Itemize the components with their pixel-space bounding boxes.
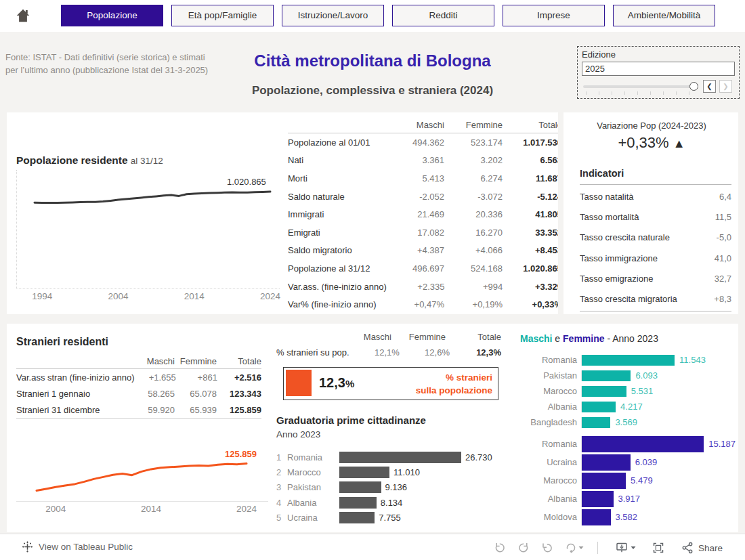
redo-button[interactable]	[517, 541, 530, 555]
foreigners-x-axis: 200420142024	[16, 504, 268, 516]
population-line-chart[interactable]: 1.020.865 1994200420142024	[16, 170, 280, 289]
country-label: Pakistan	[287, 482, 339, 492]
download-caret-icon[interactable]	[630, 541, 637, 555]
country-label: Pakistan	[517, 370, 581, 381]
indicators-title: Indicatori	[580, 168, 624, 179]
refresh-button[interactable]	[564, 541, 578, 555]
home-button[interactable]	[15, 7, 31, 24]
bar-value-label: 11.010	[393, 467, 420, 477]
table-row: Immigrati21.46920.33641.805	[288, 205, 562, 223]
rank-number: 3	[276, 482, 287, 492]
bar[interactable]	[339, 497, 377, 509]
bar-value-label: 4.217	[620, 402, 643, 412]
gender-bar-row: Bangladesh3.569	[517, 414, 738, 430]
nav-tab[interactable]: Istruzione/Lavoro	[282, 5, 384, 26]
bar[interactable]	[339, 512, 375, 523]
rank-number: 2	[276, 467, 287, 477]
demography-table: MaschiFemmineTotalePopolazione al 01/014…	[288, 116, 562, 314]
bar[interactable]	[582, 436, 704, 452]
bar[interactable]	[339, 467, 389, 478]
pct-foreigners-value: 12,3%	[319, 375, 354, 391]
pct-foreigners-table: Maschi Femmine Totale % stranieri su pop…	[276, 329, 501, 360]
share-icon	[681, 541, 694, 555]
download-button[interactable]	[615, 541, 629, 555]
nav-tab[interactable]: Ambiente/Mobilità	[613, 5, 715, 26]
view-on-tableau-link[interactable]: View on Tableau Public	[22, 541, 133, 553]
nav-tab[interactable]: Redditi	[392, 5, 494, 26]
x-tick-label: 2014	[136, 504, 166, 514]
table-row: Saldo naturale-2.052-3.072-5.124	[288, 188, 562, 206]
foreigners-title: Stranieri residenti	[16, 336, 108, 348]
table-row: Var.ass. (fine-inizio anno)+2.335+994+3.…	[288, 278, 562, 296]
table-row: % stranieri su pop. 12,1% 12,6% 12,3%	[276, 345, 501, 360]
x-tick-label: 2004	[103, 291, 133, 301]
country-label: Romania	[517, 439, 581, 449]
slider-handle[interactable]	[689, 82, 698, 91]
variation-title: Variazione Pop (2024-2023)	[566, 121, 737, 131]
bar[interactable]	[582, 370, 631, 381]
bar[interactable]	[339, 452, 461, 463]
undo-button[interactable]	[493, 541, 507, 555]
nav-tab[interactable]: Popolazione	[61, 5, 163, 26]
x-tick-label: 2004	[41, 504, 70, 514]
citizenship-ranking-subtitle: Anno 2023	[276, 429, 320, 439]
x-tick-label: 2024	[232, 504, 261, 514]
edition-filter: Edizione ❮ ❯	[577, 46, 740, 99]
page-subtitle: Popolazione, complessiva e straniera (20…	[203, 84, 542, 98]
bar[interactable]	[582, 417, 610, 428]
foreigners-panel: Stranieri residenti MaschiFemmineTotaleV…	[7, 324, 738, 532]
indicator-row: Tasso immigrazione41,0	[580, 248, 731, 268]
table-header-row: MaschiFemmineTotale	[16, 353, 261, 369]
population-line	[17, 170, 280, 288]
bar-value-label: 3.582	[616, 512, 638, 522]
bar[interactable]	[582, 509, 611, 525]
revert-button[interactable]	[540, 541, 554, 555]
bar-value-label: 6.039	[635, 457, 658, 467]
foreigners-table: MaschiFemmineTotaleVar.ass stran (fine-i…	[16, 353, 261, 419]
country-label: Albania	[287, 498, 339, 508]
nav-tab[interactable]: Età pop/Famiglie	[171, 5, 274, 26]
table-row: Var.ass stran (fine-inizio anno)+1.655+8…	[16, 369, 261, 385]
bar[interactable]	[582, 386, 626, 397]
slider-track[interactable]	[583, 85, 697, 88]
population-chart-title-suffix: al 31/12	[131, 156, 163, 166]
indicator-row: Tasso crescita naturale-5,0	[580, 228, 731, 248]
variation-value: +0,33% ▲	[566, 134, 737, 152]
indicator-row: Tasso natalità6,4	[580, 186, 731, 207]
toolbar-divider	[597, 542, 598, 554]
fullscreen-button[interactable]	[652, 541, 665, 555]
rank-number: 5	[276, 513, 287, 523]
ranking-bar-row: 2Marocco11.010	[276, 465, 503, 479]
country-label: Ucraina	[517, 457, 581, 467]
bar[interactable]	[582, 355, 675, 366]
bar[interactable]	[582, 473, 626, 489]
source-note: Fonte: ISTAT - Dati definitivi (serie st…	[5, 51, 215, 77]
table-row: Var% (fine-inizio anno)+0,47%+0,19%+0,33…	[288, 295, 562, 314]
indicator-row: Tasso mortalità11,5	[580, 207, 731, 227]
table-row: Morti5.4136.27411.687	[288, 169, 562, 188]
bar-value-label: 26.730	[465, 452, 492, 462]
edition-next-button[interactable]: ❯	[719, 80, 732, 93]
refresh-caret-icon[interactable]	[578, 541, 584, 555]
ranking-bar-row: 3Pakistan9.136	[276, 480, 503, 495]
country-label: Marocco	[517, 386, 581, 396]
foreigners-line	[16, 427, 268, 501]
bar-value-label: 3.569	[615, 417, 637, 427]
bar-value-label: 5.531	[631, 386, 654, 396]
table-row: Stranieri 1 gennaio58.26565.078123.343	[16, 385, 261, 402]
edition-input[interactable]	[582, 62, 735, 76]
bar[interactable]	[339, 481, 381, 493]
edition-prev-button[interactable]: ❮	[703, 80, 716, 93]
bar[interactable]	[582, 454, 631, 471]
gender-bar-row: Romania15.187	[517, 435, 738, 453]
nav-tab[interactable]: Imprese	[503, 5, 605, 26]
country-label: Marocco	[517, 475, 581, 486]
foreigners-line-chart[interactable]: 125.859 200420142024	[16, 427, 268, 502]
bar[interactable]	[582, 491, 614, 507]
table-row: Emigrati17.08216.27033.352	[288, 223, 562, 242]
pct-foreigners-callout: 12,3% % stranieri sulla popolazione	[283, 367, 498, 400]
population-end-label: 1.020.865	[227, 177, 266, 187]
share-button[interactable]: Share	[681, 541, 723, 555]
bar[interactable]	[582, 402, 616, 412]
edition-slider[interactable]: ❮ ❯	[582, 81, 735, 95]
